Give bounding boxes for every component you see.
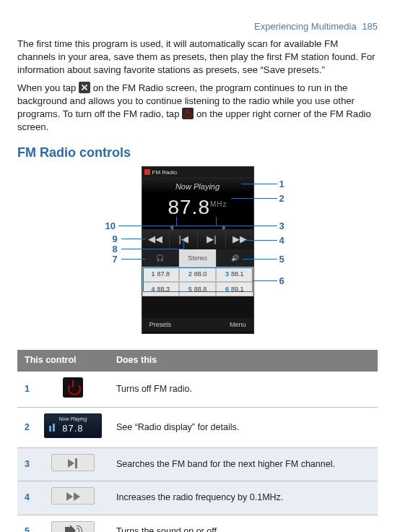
callout-1: 1 bbox=[279, 178, 285, 191]
callout-4: 4 bbox=[279, 234, 285, 247]
seek-up-button[interactable]: ▶▶ bbox=[225, 229, 253, 249]
next-channel-icon bbox=[51, 454, 95, 471]
phone-filler bbox=[142, 296, 253, 318]
row-icon-cell: Now Playing 87.8 bbox=[37, 407, 109, 447]
table-row: 3 Searches the FM band for the next high… bbox=[17, 448, 378, 481]
row-num: 5 bbox=[17, 515, 37, 532]
power-off-icon bbox=[63, 377, 83, 398]
leader-8 bbox=[121, 249, 183, 249]
next-channel-button[interactable]: ▶| bbox=[197, 229, 225, 249]
display-freq: 87.8 bbox=[45, 422, 101, 435]
frequency-value: 87.8 bbox=[168, 196, 210, 218]
table-row: 2 Now Playing 87.8 See “Radio display” f… bbox=[17, 407, 378, 447]
leader-10va bbox=[176, 217, 177, 226]
phone-mock: FM Radio Now Playing 87.8MHz ◀◀ |◀ ▶| ▶▶… bbox=[142, 166, 254, 334]
leader-6 bbox=[253, 280, 277, 281]
intro-paragraph-2: When you tap on the FM Radio screen, the… bbox=[17, 82, 378, 134]
callout-10: 10 bbox=[105, 220, 116, 233]
softkey-presets[interactable]: Presets bbox=[149, 320, 172, 329]
table-row: 4 Increases the radio frequency by 0.1MH… bbox=[17, 481, 378, 515]
callout-5: 5 bbox=[279, 253, 285, 266]
table-row: 1 Turns off FM radio. bbox=[17, 372, 378, 408]
control-row: ◀◀ |◀ ▶| ▶▶ bbox=[142, 229, 253, 249]
row-desc: Turns the sound on or off. bbox=[109, 515, 378, 532]
sound-toggle-icon bbox=[51, 521, 95, 532]
row-num: 2 bbox=[17, 407, 37, 447]
intro-p2-a: When you tap bbox=[17, 82, 79, 93]
callout-7: 7 bbox=[113, 253, 118, 266]
table-head-desc: Does this bbox=[109, 350, 378, 371]
softkey-menu[interactable]: Menu bbox=[230, 320, 246, 329]
row-num: 3 bbox=[17, 448, 37, 481]
softkey-bar: Presets Menu bbox=[142, 318, 253, 331]
page-number: 185 bbox=[362, 21, 378, 32]
leader-3v bbox=[216, 217, 217, 226]
controls-table: This control Does this 1 Turns off FM ra… bbox=[17, 350, 378, 532]
callout-2: 2 bbox=[279, 192, 285, 205]
row-num: 1 bbox=[17, 372, 37, 408]
chapter-title: Experiencing Multimedia bbox=[254, 21, 357, 32]
row-num: 4 bbox=[17, 481, 37, 515]
close-icon bbox=[79, 82, 90, 93]
power-icon bbox=[182, 108, 194, 119]
leader-2 bbox=[231, 198, 277, 199]
presets-highlight-box bbox=[143, 267, 253, 292]
freq-up-icon bbox=[51, 487, 95, 505]
leader-1 bbox=[241, 184, 277, 184]
table-head-control: This control bbox=[17, 350, 109, 371]
mute-button[interactable]: 🔊 bbox=[216, 249, 253, 267]
radio-display-icon: Now Playing 87.8 bbox=[44, 413, 102, 438]
row-desc: Searches the FM band for the next higher… bbox=[109, 448, 378, 481]
page-header: Experiencing Multimedia 185 bbox=[17, 20, 378, 33]
now-playing-label: Now Playing bbox=[142, 177, 253, 194]
start-flag-icon bbox=[144, 169, 150, 175]
row-icon-cell bbox=[37, 372, 109, 408]
stereo-mode-button[interactable]: Stereo bbox=[178, 249, 216, 267]
row-desc: Increases the radio frequency by 0.1MHz. bbox=[109, 481, 378, 515]
table-row: 5 Turns the sound on or off. bbox=[17, 515, 378, 532]
leader-5 bbox=[243, 259, 277, 259]
headset-mode-button[interactable]: 🎧 bbox=[142, 249, 179, 267]
leader-4 bbox=[244, 240, 277, 241]
row-desc: Turns off FM radio. bbox=[109, 372, 378, 408]
fm-radio-diagram: FM Radio Now Playing 87.8MHz ◀◀ |◀ ▶| ▶▶… bbox=[61, 166, 335, 337]
row-icon-cell bbox=[37, 515, 109, 532]
callout-6: 6 bbox=[279, 275, 285, 288]
app-title: FM Radio bbox=[152, 168, 178, 176]
leader-3 bbox=[216, 226, 277, 226]
mode-row: 🎧 Stereo 🔊 bbox=[142, 249, 253, 267]
frequency-unit: MHz bbox=[210, 200, 227, 208]
leader-10 bbox=[118, 226, 216, 226]
phone-titlebar: FM Radio bbox=[142, 167, 253, 177]
intro-paragraph-1: The first time this program is used, it … bbox=[17, 38, 378, 77]
leader-9 bbox=[121, 239, 146, 239]
leader-7 bbox=[121, 259, 146, 259]
seek-down-button[interactable]: ◀◀ bbox=[142, 229, 170, 249]
section-heading: FM Radio controls bbox=[17, 144, 378, 162]
row-desc: See “Radio display” for details. bbox=[109, 407, 378, 447]
row-icon-cell bbox=[37, 448, 109, 481]
leader-8v bbox=[183, 239, 184, 249]
callout-3: 3 bbox=[279, 220, 285, 233]
row-icon-cell bbox=[37, 481, 109, 515]
